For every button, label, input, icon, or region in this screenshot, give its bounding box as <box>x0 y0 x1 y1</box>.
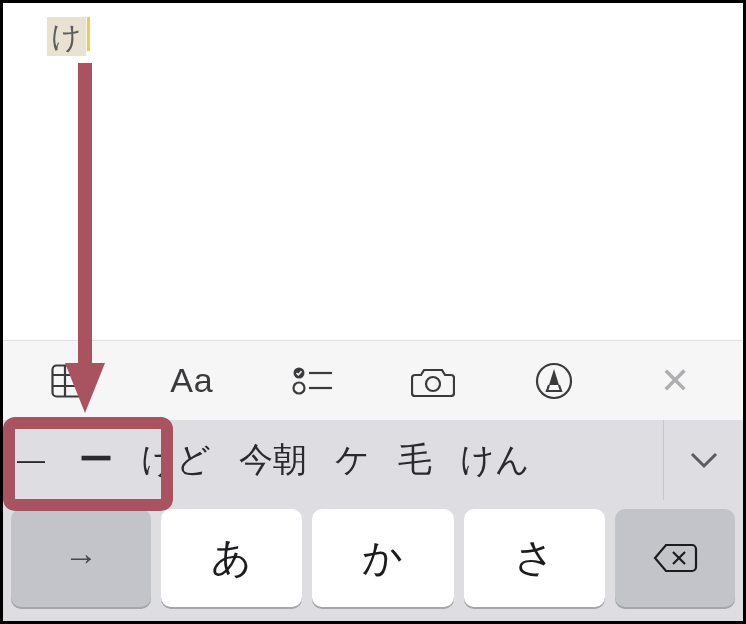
text-editor[interactable]: け <box>3 3 743 340</box>
markup-button[interactable] <box>499 351 609 411</box>
keyboard-row: → あ か さ <box>3 500 743 621</box>
candidate-item[interactable]: ケ <box>321 437 384 483</box>
expand-candidates-button[interactable] <box>663 420 743 500</box>
composing-text: け <box>47 17 86 56</box>
close-toolbar-button[interactable]: ✕ <box>620 351 730 411</box>
checklist-icon <box>292 366 334 396</box>
candidate-item[interactable]: — <box>3 444 65 476</box>
checklist-button[interactable] <box>258 351 368 411</box>
text-style-button[interactable]: Aa <box>137 351 247 411</box>
table-icon <box>51 364 91 398</box>
camera-icon <box>411 364 455 398</box>
chevron-down-icon <box>689 451 719 469</box>
kana-key-a[interactable]: あ <box>161 509 302 607</box>
format-toolbar: Aa ✕ <box>3 340 743 420</box>
markup-icon <box>535 362 573 400</box>
kana-key-ka[interactable]: か <box>312 509 453 607</box>
candidate-bar: — ー けど 今朝 ケ 毛 けん <box>3 420 743 500</box>
text-caret <box>87 17 90 51</box>
tab-key[interactable]: → <box>11 509 151 607</box>
candidate-item[interactable]: けど <box>127 437 225 483</box>
candidate-item[interactable]: ー <box>65 437 127 483</box>
svg-rect-0 <box>53 365 90 396</box>
delete-key[interactable] <box>615 509 735 607</box>
kana-key-sa[interactable]: さ <box>464 509 605 607</box>
camera-button[interactable] <box>378 351 488 411</box>
candidate-item[interactable]: けん <box>446 437 544 483</box>
close-icon: ✕ <box>660 360 690 402</box>
tab-arrow-icon: → <box>64 538 98 577</box>
candidate-item[interactable]: 今朝 <box>225 437 321 483</box>
table-button[interactable] <box>16 351 126 411</box>
candidate-item[interactable]: 毛 <box>384 437 446 483</box>
aa-label: Aa <box>170 361 214 400</box>
backspace-icon <box>652 542 698 574</box>
svg-point-8 <box>426 377 440 391</box>
svg-point-6 <box>293 382 304 393</box>
